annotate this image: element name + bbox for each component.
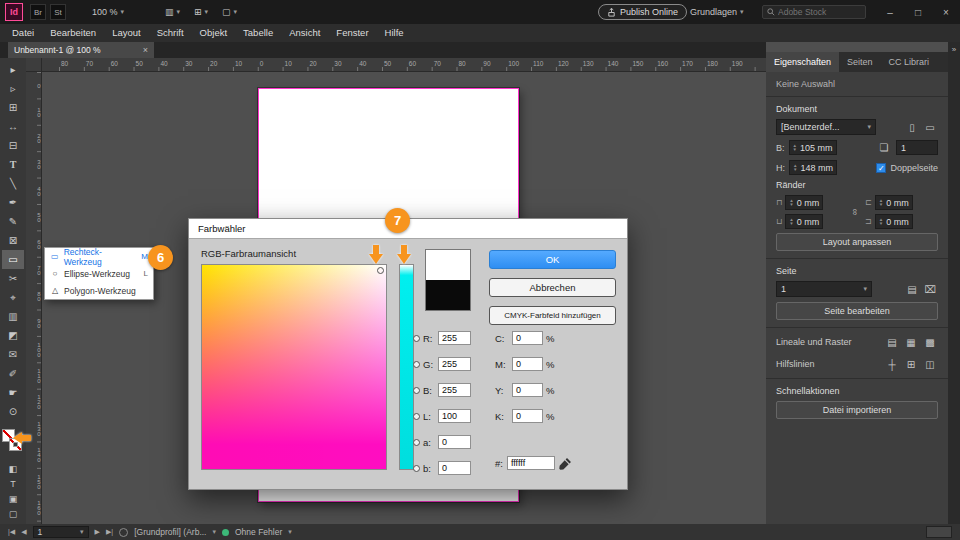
- next-page-button[interactable]: ▶: [95, 528, 100, 536]
- first-page-button[interactable]: |◀: [8, 528, 15, 536]
- color-field[interactable]: [201, 264, 387, 470]
- stepper-arrows-icon[interactable]: ▲▼: [879, 199, 883, 207]
- ok-button[interactable]: OK: [489, 250, 616, 269]
- stepper-arrows-icon[interactable]: ▲▼: [789, 199, 793, 207]
- menu-item[interactable]: Hilfe: [377, 24, 412, 42]
- tab-close-icon[interactable]: ×: [143, 45, 148, 55]
- workspace-switcher[interactable]: Grundlagen ▾: [690, 0, 744, 24]
- width-stepper[interactable]: ▲▼ 105 mm: [789, 140, 837, 155]
- document-preset-dropdown[interactable]: [Benutzerdef... ▾: [776, 119, 876, 135]
- arrange-documents-dropdown[interactable]: ▢▾: [222, 7, 237, 17]
- add-page-icon[interactable]: ▤: [904, 282, 920, 296]
- panel-collapse-strip[interactable]: »: [948, 42, 960, 524]
- menu-item[interactable]: Layout: [104, 24, 149, 42]
- type-tool[interactable]: T: [2, 155, 24, 174]
- radio-button[interactable]: [413, 439, 420, 446]
- tab-eigenschaften[interactable]: Eigenschaften: [766, 52, 839, 72]
- stepper-arrows-icon[interactable]: ▲▼: [879, 218, 883, 226]
- stock-button[interactable]: St: [50, 4, 66, 20]
- menu-item[interactable]: Datei: [4, 24, 42, 42]
- show-guides-icon[interactable]: ┼: [884, 357, 900, 371]
- line-tool[interactable]: ╲: [2, 174, 24, 193]
- adjust-layout-button[interactable]: Layout anpassen: [776, 233, 938, 251]
- screen-mode-normal-icon[interactable]: ▢: [2, 506, 24, 521]
- eyedropper-icon[interactable]: [559, 457, 572, 470]
- page-number-field[interactable]: 1 ▾: [33, 526, 89, 538]
- document-tab[interactable]: Unbenannt-1 @ 100 % ×: [8, 42, 154, 58]
- preflight-menu-icon[interactable]: [119, 528, 128, 537]
- facing-pages-checkbox[interactable]: ✓: [876, 163, 886, 173]
- restore-button[interactable]: □: [904, 0, 932, 24]
- menu-item[interactable]: Tabelle: [235, 24, 281, 42]
- gap-tool[interactable]: ↔: [2, 117, 24, 136]
- previous-page-button[interactable]: ◀: [21, 528, 26, 536]
- radio-button[interactable]: [413, 387, 420, 394]
- import-file-button[interactable]: Datei importieren: [776, 401, 938, 419]
- adobe-stock-search[interactable]: [762, 5, 866, 19]
- smart-guides-icon[interactable]: ◫: [922, 357, 938, 371]
- menu-item[interactable]: Ansicht: [281, 24, 328, 42]
- lock-guides-icon[interactable]: ⊞: [903, 357, 919, 371]
- view-options-dropdown[interactable]: ▥▾: [165, 7, 180, 17]
- document-grid-icon[interactable]: ▦: [903, 335, 919, 349]
- color-field-marker[interactable]: [377, 267, 384, 274]
- last-page-button[interactable]: ▶|: [106, 528, 113, 536]
- menu-item[interactable]: Bearbeiten: [42, 24, 104, 42]
- gradient-swatch-tool[interactable]: ▥: [2, 307, 24, 326]
- zoom-tool[interactable]: ⊙: [2, 402, 24, 421]
- note-tool[interactable]: ✉: [2, 345, 24, 364]
- portrait-button[interactable]: ▯: [904, 120, 920, 134]
- vertical-ruler[interactable]: 0102030405060708090100110120130140150160: [26, 72, 42, 524]
- pen-tool[interactable]: ✒: [2, 193, 24, 212]
- ruler-origin-corner[interactable]: [26, 58, 42, 72]
- cancel-button[interactable]: Abbrechen: [489, 278, 616, 297]
- content-collector-tool[interactable]: ⊟: [2, 136, 24, 155]
- formatting-affects-text-icon[interactable]: T: [2, 476, 24, 491]
- height-stepper[interactable]: ▲▼ 148 mm: [789, 160, 837, 175]
- stepper-arrows-icon[interactable]: ▲▼: [793, 164, 797, 172]
- page-tool[interactable]: ⊞: [2, 98, 24, 117]
- rectangle-tool[interactable]: ▭: [2, 250, 24, 269]
- radio-button[interactable]: [413, 361, 420, 368]
- show-rulers-icon[interactable]: ▤: [884, 335, 900, 349]
- selection-tool[interactable]: ▸: [2, 60, 24, 79]
- formatting-affects-container-icon[interactable]: ◧: [2, 461, 24, 476]
- preflight-profile[interactable]: [Grundprofil] (Arb...: [134, 527, 206, 537]
- preflight-status[interactable]: Ohne Fehler: [235, 527, 282, 537]
- hex-field[interactable]: ffffff: [507, 456, 555, 470]
- flyout-polygon-werkzeug[interactable]: △ Polygon-Werkzeug: [45, 282, 153, 299]
- menu-item[interactable]: Objekt: [192, 24, 235, 42]
- tab-cc-libraries[interactable]: CC Librari: [881, 52, 938, 72]
- radio-button[interactable]: [413, 465, 420, 472]
- add-cmyk-swatch-button[interactable]: CMYK-Farbfeld hinzufügen: [489, 306, 616, 325]
- menu-item[interactable]: Fenster: [328, 24, 376, 42]
- page-number-dropdown[interactable]: 1 ▾: [776, 281, 872, 297]
- tab-seiten[interactable]: Seiten: [839, 52, 881, 72]
- hand-tool[interactable]: ☛: [2, 383, 24, 402]
- scissors-tool[interactable]: ✂: [2, 269, 24, 288]
- flyout-ellipse-werkzeug[interactable]: ○ Ellipse-Werkzeug L: [45, 265, 153, 282]
- close-button[interactable]: ×: [932, 0, 960, 24]
- stepper-arrows-icon[interactable]: ▲▼: [789, 218, 793, 226]
- collapse-panels-icon[interactable]: »: [952, 45, 956, 54]
- edit-page-button[interactable]: Seite bearbeiten: [776, 302, 938, 320]
- horizontal-ruler[interactable]: 8070605040302010010203040506070809010011…: [42, 58, 766, 72]
- zoom-level-dropdown[interactable]: 100 % ▾: [92, 0, 124, 24]
- link-margins-icon[interactable]: ∞: [850, 209, 860, 215]
- screen-mode-dropdown[interactable]: ⊞▾: [194, 7, 208, 17]
- rectangle-frame-tool[interactable]: ⊠: [2, 231, 24, 250]
- direct-selection-tool[interactable]: ▹: [2, 79, 24, 98]
- resize-grip[interactable]: [926, 526, 952, 538]
- publish-online-button[interactable]: Publish Online: [598, 4, 687, 20]
- apply-color-icon[interactable]: ▣: [2, 491, 24, 506]
- radio-button[interactable]: [413, 335, 420, 342]
- baseline-grid-icon[interactable]: ▩: [922, 335, 938, 349]
- minimize-button[interactable]: –: [876, 0, 904, 24]
- delete-page-icon[interactable]: ⌧: [922, 282, 938, 296]
- menu-item[interactable]: Schrift: [149, 24, 192, 42]
- pencil-tool[interactable]: ✎: [2, 212, 24, 231]
- pages-count-field[interactable]: 1: [896, 140, 938, 155]
- stepper-arrows-icon[interactable]: ▲▼: [793, 144, 797, 152]
- bridge-button[interactable]: Br: [30, 4, 46, 20]
- gradient-feather-tool[interactable]: ◩: [2, 326, 24, 345]
